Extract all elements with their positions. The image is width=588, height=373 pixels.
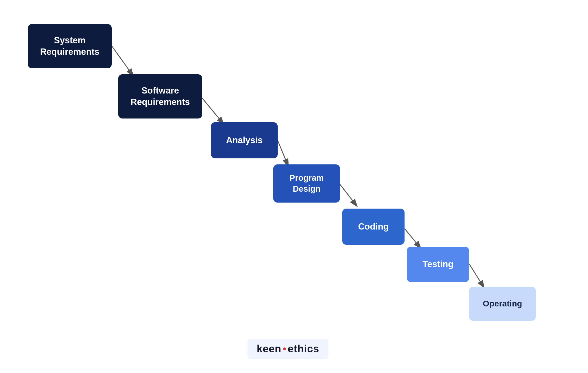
svg-line-6 [469,264,484,288]
step-system-requirements: System Requirements [28,24,112,68]
waterfall-diagram: keen ethics System RequirementsSoftware … [0,0,588,373]
logo-dot [283,347,286,350]
logo-text-after: ethics [288,343,319,355]
logo-container: keen ethics [247,339,328,359]
step-analysis: Analysis [211,122,278,158]
step-operating: Operating [469,287,536,321]
svg-line-5 [405,229,421,249]
step-software-requirements: Software Requirements [118,74,202,118]
step-testing: Testing [407,247,469,282]
svg-line-4 [340,184,357,207]
logo-text-before: keen [257,343,281,355]
svg-line-1 [112,46,134,76]
step-program-design: Program Design [273,164,340,203]
step-coding: Coding [342,209,405,245]
svg-line-2 [202,98,224,124]
svg-line-3 [278,140,288,166]
